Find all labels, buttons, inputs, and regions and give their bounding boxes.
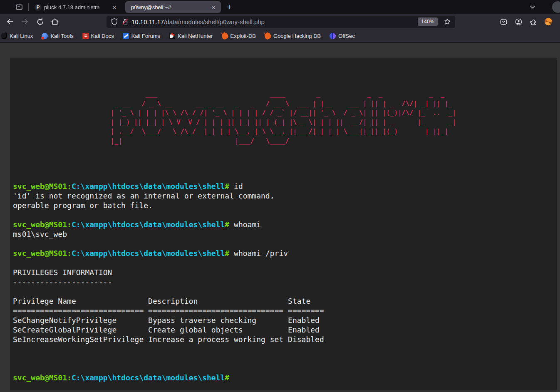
exploit-db-icon (221, 32, 229, 40)
kali-linux-icon (0, 32, 8, 40)
terminal-output: svc_web@MS01:C:\xampp\htdocs\data\module… (13, 181, 557, 382)
navigation-toolbar: 10.10.11.17/data/modules/shell/p0wny-she… (0, 14, 560, 29)
bookmark-label: Kali Linux (10, 33, 33, 39)
firefox-view-icon[interactable] (12, 2, 26, 12)
page-content: ___ ____ _ _ _ _ _ _ __ / _ \ __ __ _ __… (0, 43, 560, 392)
output-line: PRIVILEGES INFORMATION (13, 268, 557, 277)
bookmark-ghdb[interactable]: Google Hacking DB (265, 33, 321, 39)
offsec-icon (330, 33, 336, 39)
command-line: svc_web@MS01:C:\xampp\htdocs\data\module… (13, 248, 557, 258)
list-all-tabs-button[interactable] (527, 1, 538, 13)
tab-strip: P pluck 4.7.18 administra × p0wny@shell:… (0, 0, 560, 14)
url-bar[interactable]: 10.10.11.17/data/modules/shell/p0wny-she… (107, 16, 455, 28)
tab-title: pluck 4.7.18 administra (44, 4, 108, 10)
kali-docs-icon (82, 33, 89, 39)
tab-pluck-admin[interactable]: P pluck 4.7.18 administra × (31, 1, 122, 13)
bookmark-label: OffSec (338, 33, 355, 39)
pocket-icon[interactable] (497, 15, 510, 28)
output-line: ms01\svc_web (13, 229, 557, 239)
tab-p0wny-shell[interactable]: p0wny@shell:~# × (125, 1, 221, 13)
output-line: 'id' is not recognized as an internal or… (13, 191, 557, 201)
output-line: ============================= ==========… (13, 306, 557, 315)
zoom-level-badge[interactable]: 140% (418, 17, 438, 26)
back-button[interactable] (3, 15, 17, 28)
url-text[interactable]: 10.10.11.17/data/modules/shell/p0wny-she… (131, 18, 418, 25)
output-line: ---------------------- (13, 277, 557, 287)
output-line (13, 239, 557, 248)
kali-tools-icon (42, 33, 48, 39)
ghdb-icon (263, 32, 272, 40)
command-line: svc_web@MS01:C:\xampp\htdocs\data\module… (13, 181, 557, 191)
prompt-path: C:\xampp\htdocs\data\modules\shell (72, 220, 225, 229)
close-tab-icon[interactable]: × (209, 3, 218, 11)
bookmark-offsec[interactable]: OffSec (330, 33, 355, 39)
output-line (13, 344, 557, 354)
prompt-symbol: # (225, 220, 229, 229)
url-host: 10.10.11.17 (131, 18, 164, 25)
output-line: operable program or batch file. (13, 201, 557, 210)
kali-nethunter-icon (169, 33, 175, 39)
bookmark-label: Kali NetHunter (178, 33, 213, 39)
prompt-symbol: # (225, 182, 229, 191)
bookmark-kali-nethunter[interactable]: Kali NetHunter (169, 33, 213, 39)
command-line: svc_web@MS01:C:\xampp\htdocs\data\module… (13, 220, 557, 229)
prompt-user: svc_web@MS01: (13, 249, 72, 258)
prompt-user: svc_web@MS01: (13, 373, 72, 382)
new-tab-button[interactable]: + (223, 1, 235, 13)
prompt-user: svc_web@MS01: (13, 182, 72, 191)
bookmark-label: Kali Docs (91, 33, 114, 39)
bookmark-label: Google Hacking DB (273, 33, 321, 39)
output-line: SeCreateGlobalPrivilege Create global ob… (13, 325, 557, 335)
home-button[interactable] (48, 15, 62, 28)
p0wny-shell-panel: ___ ____ _ _ _ _ _ _ __ / _ \ __ __ _ __… (10, 58, 557, 390)
reload-button[interactable] (33, 15, 47, 28)
command-text: id (229, 182, 243, 191)
prompt-path: C:\xampp\htdocs\data\modules\shell (72, 182, 225, 191)
bookmark-kali-forums[interactable]: Kali Forums (123, 33, 160, 39)
output-line: SeChangeNotifyPrivilege Bypass traverse … (13, 315, 557, 325)
bookmark-exploit-db[interactable]: Exploit-DB (222, 33, 256, 39)
prompt-symbol: # (225, 249, 229, 258)
output-line (13, 287, 557, 296)
bookmark-label: Kali Forums (131, 33, 160, 39)
bookmark-label: Exploit-DB (230, 33, 256, 39)
bookmark-kali-docs[interactable]: Kali Docs (82, 33, 114, 39)
bookmark-label: Kali Tools (50, 33, 73, 39)
tab-title: p0wny@shell:~# (131, 4, 207, 10)
output-line (13, 210, 557, 220)
bookmark-kali-tools[interactable]: Kali Tools (42, 33, 73, 39)
shield-icon[interactable] (111, 18, 118, 25)
url-path: /data/modules/shell/p0wny-shell.php (164, 18, 265, 25)
account-icon[interactable] (512, 15, 525, 28)
prompt-symbol: # (225, 373, 229, 382)
prompt-user: svc_web@MS01: (13, 220, 72, 229)
bookmarks-toolbar: Kali LinuxKali ToolsKali DocsKali Forums… (0, 29, 560, 43)
output-line: SeIncreaseWorkingSetPrivilege Increase a… (13, 335, 557, 344)
extensions-puzzle-icon[interactable] (527, 15, 540, 28)
window-control[interactable] (552, 1, 560, 13)
output-line (13, 363, 557, 373)
command-text: whoami (229, 220, 261, 229)
forward-button[interactable] (18, 15, 32, 28)
kali-forums-icon (123, 33, 129, 39)
pluck-favicon: P (35, 4, 42, 11)
output-line: Privilege Name Description State (13, 296, 557, 306)
prompt-path: C:\xampp\htdocs\data\modules\shell (72, 373, 225, 382)
shell-input-line[interactable]: svc_web@MS01:C:\xampp\htdocs\data\module… (13, 373, 557, 382)
foxyproxy-icon[interactable] (542, 15, 555, 28)
insecure-lock-icon[interactable] (121, 18, 129, 25)
prompt-path: C:\xampp\htdocs\data\modules\shell (72, 249, 225, 258)
output-line (13, 354, 557, 363)
bookmark-kali-linux[interactable]: Kali Linux (1, 33, 33, 39)
command-text: whoami /priv (229, 249, 288, 258)
browser-window: P pluck 4.7.18 administra × p0wny@shell:… (0, 0, 560, 392)
close-tab-icon[interactable]: × (110, 3, 119, 11)
output-line (13, 258, 557, 268)
bookmark-star-icon[interactable] (442, 15, 453, 28)
ascii-art-banner: ___ ____ _ _ _ _ _ _ __ / _ \ __ __ _ __… (111, 89, 456, 146)
tab-separator (28, 3, 29, 11)
